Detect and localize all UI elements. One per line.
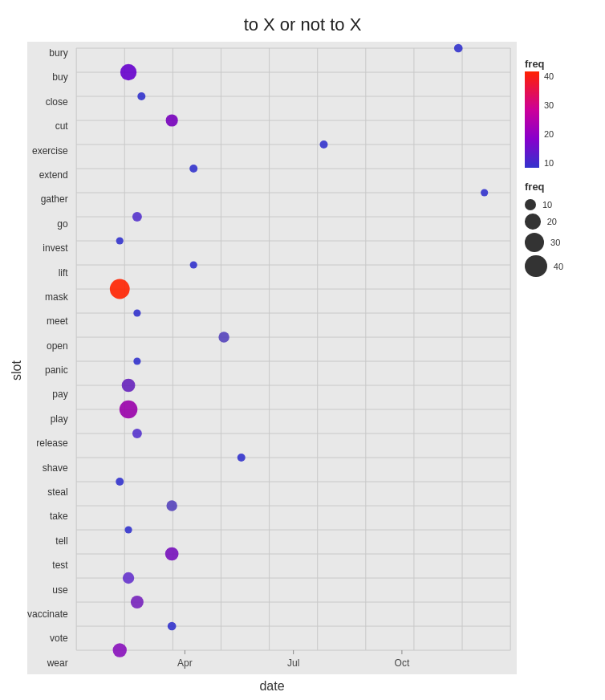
dot-bury	[454, 44, 463, 53]
y-label-tell: tell	[27, 536, 68, 546]
y-label-release: release	[27, 438, 68, 448]
y-label-mask: mask	[27, 292, 68, 302]
colorbar-30: 30	[544, 100, 554, 110]
y-label-exercise: exercise	[27, 146, 68, 156]
dot-buy	[120, 64, 136, 80]
y-label-meet: meet	[27, 316, 68, 326]
color-legend: freq 40	[525, 58, 597, 168]
size-legend-row-10: 10	[525, 199, 597, 210]
dot-exercise	[319, 140, 327, 149]
dot-shave	[237, 454, 245, 462]
y-label-gather: gather	[27, 194, 68, 204]
svg-rect-42	[525, 71, 539, 168]
y-label-vaccinate: vaccinate	[27, 609, 68, 619]
y-label-panic: panic	[27, 365, 68, 375]
dot-play	[120, 401, 137, 418]
y-label-test: test	[27, 560, 68, 570]
size-circle-30	[525, 233, 544, 252]
y-label-take: take	[27, 511, 68, 521]
legend-area: freq 40	[517, 42, 605, 700]
size-legend: freq 10203040	[525, 181, 597, 277]
dot-extend	[189, 165, 197, 173]
size-legend-title: freq	[525, 181, 597, 193]
dot-take	[166, 500, 177, 511]
colorbar-max: 40	[544, 71, 554, 81]
dot-panic	[133, 357, 140, 364]
dot-tell	[124, 526, 132, 533]
y-label-go: go	[27, 219, 68, 229]
size-label-30: 30	[550, 238, 560, 247]
colorbar-10: 10	[544, 158, 554, 168]
y-label-lift: lift	[27, 268, 68, 278]
size-legend-row-20: 20	[525, 214, 597, 230]
dot-meet	[133, 309, 140, 316]
y-label-vote: vote	[27, 633, 68, 643]
y-label-extend: extend	[27, 170, 68, 180]
x-axis-label: date	[27, 674, 517, 697]
colorbar-labels: 40 30 20 10	[544, 71, 554, 168]
size-label-20: 20	[547, 217, 557, 226]
size-legend-row-40: 40	[525, 255, 597, 278]
dot-open	[218, 332, 229, 342]
dot-release	[132, 429, 142, 438]
dot-pay	[121, 379, 135, 393]
dot-vaccinate	[131, 596, 144, 608]
y-label-invest: invest	[27, 243, 68, 253]
size-circle-20	[525, 214, 541, 230]
dot-test	[165, 547, 179, 561]
colorbar-svg	[525, 71, 539, 168]
size-legend-row-30: 30	[525, 233, 597, 252]
y-label-shave: shave	[27, 463, 68, 473]
y-labels: burybuyclosecutexerciseextendgathergoinv…	[27, 42, 73, 674]
chart-container: to X or not to X slot burybuyclosecutexe…	[0, 0, 605, 700]
y-label-use: use	[27, 585, 68, 595]
dot-vote	[168, 622, 177, 631]
size-label-40: 40	[554, 262, 563, 271]
dot-cut	[165, 114, 177, 126]
dot-invest	[116, 237, 123, 244]
size-circle-40	[525, 255, 547, 278]
dot-mask	[110, 279, 130, 299]
y-label-close: close	[27, 97, 68, 107]
y-label-buy: buy	[27, 72, 68, 82]
y-label-steal: steal	[27, 487, 68, 497]
colorbar-row: 40 30 20 10	[525, 71, 597, 168]
plot-svg: AprJulOct	[73, 42, 517, 674]
y-label-wear: wear	[27, 658, 68, 668]
inner-plot: AprJulOct	[73, 42, 517, 674]
y-label-play: play	[27, 414, 68, 424]
y-axis-label: slot	[8, 42, 27, 700]
y-label-cut: cut	[27, 121, 68, 131]
color-legend-title: freq	[525, 58, 597, 70]
legend-size-list: 10203040	[525, 199, 597, 277]
dot-steal	[116, 478, 124, 486]
svg-text:Oct: Oct	[394, 657, 409, 669]
size-circle-10	[525, 199, 536, 210]
size-label-10: 10	[542, 200, 552, 210]
dot-gather	[481, 189, 488, 196]
dot-close	[137, 92, 145, 100]
colorbar-20: 20	[544, 129, 554, 139]
y-label-open: open	[27, 341, 68, 351]
svg-text:Apr: Apr	[177, 657, 193, 669]
y-label-pay: pay	[27, 389, 68, 399]
y-label-bury: bury	[27, 48, 68, 58]
dot-use	[123, 572, 134, 584]
dot-wear	[112, 643, 126, 657]
chart-title: to X or not to X	[244, 14, 362, 35]
svg-text:Jul: Jul	[287, 657, 299, 669]
dot-go	[132, 212, 142, 222]
dot-lift	[189, 261, 197, 268]
